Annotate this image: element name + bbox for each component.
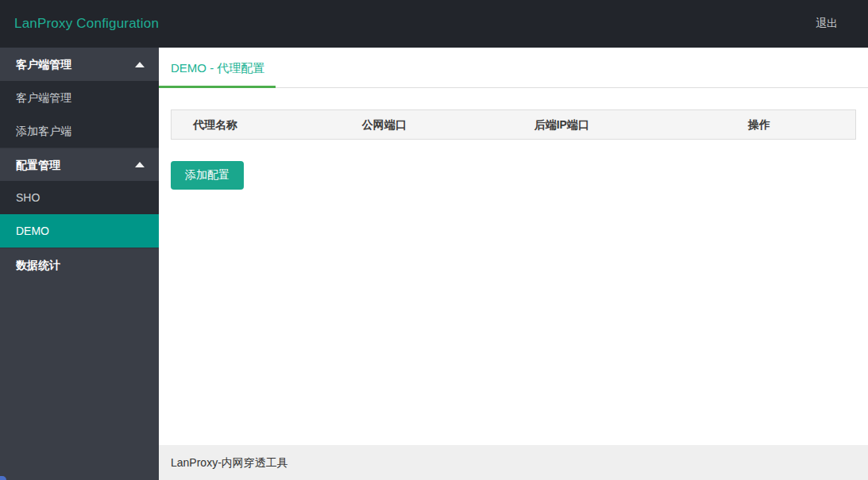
sidebar-group-label: 配置管理: [16, 148, 60, 182]
column-header-public-port: 公网端口: [341, 110, 513, 139]
caret-up-icon: [135, 62, 145, 67]
tab-demo-proxy-config[interactable]: DEMO - 代理配置: [159, 48, 276, 88]
sidebar-item-label: 客户端管理: [16, 91, 71, 104]
sidebar-group-label: 客户端管理: [16, 48, 71, 81]
tab-bar: DEMO - 代理配置: [159, 48, 868, 88]
sidebar-group-client-management[interactable]: 客户端管理: [0, 48, 159, 81]
footer-bar: LanProxy-内网穿透工具: [159, 445, 868, 480]
main-panel: DEMO - 代理配置 代理名称 公网端口 后端IP端口 操作 添加配置 Lan…: [159, 48, 868, 480]
top-navbar: LanProxy Configuration 退出: [0, 0, 868, 48]
sidebar-item-label: DEMO: [16, 225, 49, 237]
lanproxy-app: LanProxy Configuration 退出 客户端管理 客户端管理 添加…: [0, 0, 868, 480]
sidebar-item-label: 添加客户端: [16, 125, 71, 137]
sidebar-item-sho[interactable]: SHO: [0, 181, 159, 214]
sidebar-item-statistics[interactable]: 数据统计: [0, 248, 159, 281]
column-header-actions: 操作: [727, 110, 855, 139]
sidebar-item-demo[interactable]: DEMO: [0, 214, 159, 248]
proxy-table-header-row: 代理名称 公网端口 后端IP端口 操作: [171, 109, 856, 140]
sidebar-item-add-client[interactable]: 添加客户端: [0, 114, 159, 148]
sidebar-group-config-management[interactable]: 配置管理: [0, 148, 159, 181]
content-area: 代理名称 公网端口 后端IP端口 操作 添加配置: [159, 88, 868, 445]
footer-text: LanProxy-内网穿透工具: [171, 456, 288, 469]
logout-link[interactable]: 退出: [816, 17, 838, 31]
sidebar-nav: 客户端管理 客户端管理 添加客户端 配置管理 SHO DEMO 数据统计: [0, 48, 159, 480]
column-header-backend-ip-port: 后端IP端口: [513, 110, 727, 139]
page-body: 客户端管理 客户端管理 添加客户端 配置管理 SHO DEMO 数据统计: [0, 48, 868, 480]
app-title: LanProxy Configuration: [14, 16, 159, 32]
corner-accent-decoration: [0, 476, 6, 480]
add-config-button[interactable]: 添加配置: [171, 161, 244, 190]
sidebar-item-label: SHO: [16, 191, 40, 204]
column-header-proxy-name: 代理名称: [172, 110, 341, 139]
sidebar-item-client-management[interactable]: 客户端管理: [0, 81, 159, 114]
caret-up-icon: [135, 162, 145, 167]
sidebar-item-label: 数据统计: [16, 259, 60, 271]
